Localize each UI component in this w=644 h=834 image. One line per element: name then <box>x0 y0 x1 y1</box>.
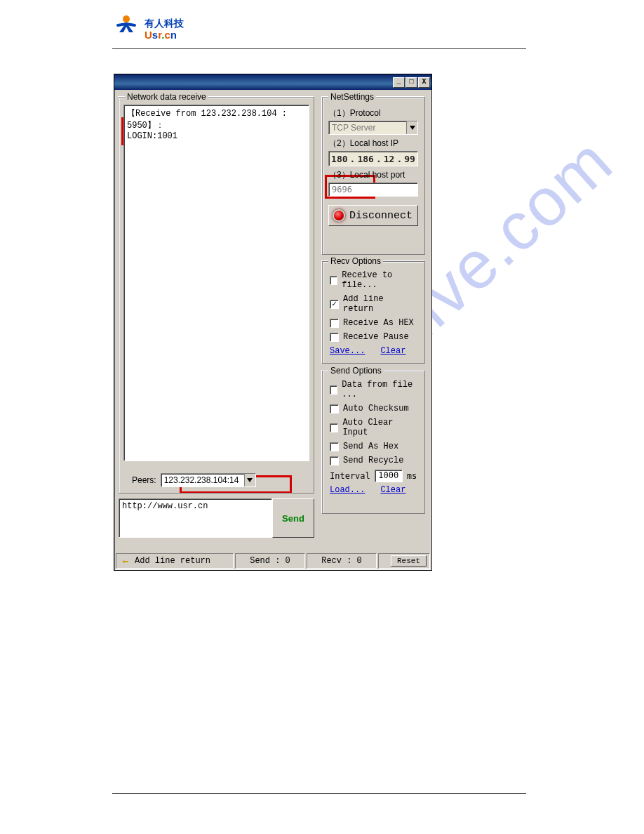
doc-header: 有人科技 Usr.cn <box>112 13 526 49</box>
opt-label: Auto Checksum <box>343 404 409 413</box>
protocol-value: TCP Server <box>329 123 406 133</box>
legend-receive: Network data receive <box>125 92 208 102</box>
opt-label: Receive Pause <box>343 332 409 342</box>
group-net-settings: NetSettings （1）Protocol TCP Server （2）Lo… <box>322 97 425 255</box>
checkbox-data-from-file[interactable] <box>330 385 337 395</box>
send-row: http://www.usr.cn Send <box>119 498 314 538</box>
port-label: （3）Local host port <box>328 169 419 181</box>
protocol-select[interactable]: TCP Server <box>328 121 418 135</box>
clear-send-link[interactable]: Clear <box>380 485 405 495</box>
checkbox-recv-hex[interactable] <box>330 319 339 328</box>
status-addline: Add line return <box>116 553 234 569</box>
status-bar: Add line return Send : 0 Recv : 0 Reset <box>116 553 430 569</box>
checkbox-recv-to-file[interactable] <box>330 276 337 285</box>
peers-combo[interactable]: 123.232.238.104:14 <box>161 473 256 487</box>
group-recv-options: Recv Options Receive to file... ✓Add lin… <box>322 261 425 364</box>
peers-label: Peers: <box>132 475 156 485</box>
peers-value: 123.232.238.104:14 <box>161 475 244 485</box>
opt-label: Add line return <box>343 294 419 314</box>
legend-send-opts: Send Options <box>328 366 384 376</box>
ip-input[interactable]: 180.186.12.99 <box>328 151 418 166</box>
opt-label: Receive As HEX <box>343 318 414 328</box>
checkbox-auto-clear[interactable] <box>330 423 338 432</box>
save-link[interactable]: Save... <box>330 346 365 356</box>
logo-text-cn: 有人科技 <box>145 18 184 29</box>
hand-icon <box>121 556 130 566</box>
status-recv-count: Recv : 0 <box>307 553 377 569</box>
brand-logo: 有人科技 Usr.cn <box>112 13 184 41</box>
ip-label: （2）Local host IP <box>328 138 419 150</box>
clear-recv-link[interactable]: Clear <box>380 346 405 356</box>
opt-label: Receive to file... <box>342 270 419 290</box>
chevron-down-icon[interactable] <box>244 474 255 486</box>
legend-net: NetSettings <box>328 92 376 102</box>
checkbox-auto-checksum[interactable] <box>330 404 339 413</box>
logo-icon <box>112 13 140 41</box>
checkbox-add-line-return[interactable]: ✓ <box>330 300 339 309</box>
svg-point-0 <box>123 15 130 22</box>
port-input[interactable]: 9696 <box>328 183 418 197</box>
checkbox-send-recycle[interactable] <box>330 456 339 465</box>
logo-text-en: Usr.cn <box>145 29 184 41</box>
interval-unit: ms <box>407 471 417 481</box>
reset-button[interactable]: Reset <box>391 555 427 567</box>
protocol-label: （1）Protocol <box>328 107 419 119</box>
interval-label: Interval <box>330 471 370 481</box>
group-send-options: Send Options Data from file ... Auto Che… <box>322 371 425 514</box>
disconnect-button[interactable]: Disconnect <box>328 205 418 226</box>
minimize-button[interactable]: _ <box>393 77 405 88</box>
load-link[interactable]: Load... <box>330 485 365 495</box>
status-reset-pane: Reset <box>378 553 430 569</box>
disconnect-label: Disconnect <box>349 210 412 222</box>
checkbox-send-hex[interactable] <box>330 442 339 451</box>
app-window: _ □ X Network data receive 【Receive from… <box>114 74 432 571</box>
receive-textarea[interactable]: 【Receive from 123.232.238.104 : 5950】： L… <box>123 105 309 461</box>
doc-footer <box>112 793 526 795</box>
opt-label: Data from file ... <box>342 380 419 399</box>
maximize-button[interactable]: □ <box>405 77 417 88</box>
interval-input[interactable]: 1000 <box>375 470 403 482</box>
opt-label: Send Recycle <box>343 456 403 465</box>
opt-label: Auto Clear Input <box>342 418 419 437</box>
close-button[interactable]: X <box>418 77 430 88</box>
chevron-down-icon[interactable] <box>406 121 417 134</box>
legend-recv-opts: Recv Options <box>328 256 383 266</box>
opt-label: Send As Hex <box>343 442 398 451</box>
send-button[interactable]: Send <box>272 498 314 538</box>
status-led-icon <box>334 211 344 220</box>
checkbox-recv-pause[interactable] <box>330 333 339 342</box>
group-network-receive: Network data receive 【Receive from 123.2… <box>119 97 314 494</box>
titlebar[interactable]: _ □ X <box>114 74 431 90</box>
send-textarea[interactable]: http://www.usr.cn <box>119 498 272 538</box>
status-send-count: Send : 0 <box>235 553 305 569</box>
